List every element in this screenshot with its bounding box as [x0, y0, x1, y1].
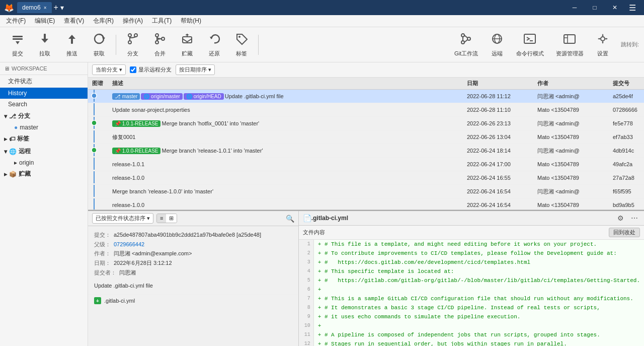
dropdown-btn[interactable]: ▾ — [60, 4, 64, 12]
close-tab-btn[interactable]: × — [44, 5, 47, 11]
branch-badge: 🌐 origin/HEAD — [184, 93, 224, 100]
menu-file[interactable]: 文件(F) — [2, 16, 30, 26]
line-number: 1 — [299, 240, 314, 249]
menu-action[interactable]: 操作(A) — [119, 16, 147, 26]
terminal-btn[interactable]: 命令行模式 — [511, 30, 549, 59]
menu-edit[interactable]: 编辑(E) — [31, 16, 59, 26]
line-content: + — [314, 321, 326, 330]
file-name-title: .gitlab-ci.yml — [311, 215, 615, 222]
tree-view-btn[interactable]: ⊞ — [166, 214, 177, 223]
close-window-btn[interactable]: ✕ — [605, 0, 625, 15]
explorer-btn[interactable]: 资源管理器 — [551, 30, 589, 59]
menu-view[interactable]: 查看(V) — [60, 16, 88, 26]
date-cell: 2022-06-26 23:13 — [463, 117, 533, 130]
history-panel[interactable]: 图谱 描述 日期 作者 提交号 ⎇ master🌐 origin/master🌐… — [88, 78, 644, 210]
show-remote-checkbox[interactable] — [130, 66, 136, 73]
minimize-btn[interactable]: ─ — [565, 0, 585, 15]
sidebar-item-history[interactable]: History — [0, 88, 88, 99]
graph-cell — [88, 158, 108, 171]
menu-tools[interactable]: 工具(T) — [148, 16, 176, 26]
remote-btn[interactable]: 远端 — [485, 30, 509, 59]
description-cell: release-1.0.0 — [108, 171, 463, 185]
svg-point-41 — [92, 120, 97, 125]
author-cell: 闫思湘 <admin@ — [533, 185, 609, 198]
commit-cell: 07286666 — [609, 103, 644, 117]
window-controls: ─ □ ✕ — [565, 0, 625, 15]
settings-icon-btn[interactable]: ⚙ — [615, 213, 626, 223]
table-header-row: 图谱 描述 日期 作者 提交号 — [88, 78, 644, 90]
sidebar-group-remote[interactable]: ▾ 🌐 远程 — [0, 145, 88, 158]
merge-btn[interactable]: 合并 — [147, 30, 173, 59]
date-cell: 2022-06-24 17:00 — [463, 158, 533, 171]
graph-cell — [88, 198, 108, 211]
commit-btn[interactable]: 提交 — [5, 30, 30, 59]
parent-field-value[interactable]: 0729666442 — [114, 240, 144, 249]
sidebar-branch-master[interactable]: ● master — [0, 122, 88, 132]
branch-btn[interactable]: 分支 — [120, 30, 145, 59]
parent-field: 父级： 0729666442 — [94, 240, 292, 249]
file-item[interactable]: + .gitlab-ci.yml — [88, 295, 298, 307]
svg-point-22 — [461, 34, 464, 37]
menu-help[interactable]: 帮助(H) — [177, 16, 205, 26]
commit-cell: a25de4f — [609, 90, 644, 103]
terminal-icon — [523, 32, 537, 49]
line-number: 10 — [299, 321, 314, 330]
table-row[interactable]: release-1.0.02022-06-24 16:54Mato <13504… — [88, 198, 644, 211]
code-view[interactable]: 1+ # This file is a template, and might … — [299, 240, 644, 346]
more-icon-btn[interactable]: ⋯ — [629, 213, 640, 223]
bottom-left-toolbar: 已按照文件状态排序 ▾ ≡ ⊞ 🔍 — [88, 211, 298, 226]
raw-btn[interactable]: 回到改处 — [609, 228, 640, 237]
tag-btn[interactable]: 标签 — [229, 30, 254, 59]
date-field: 日期： 2022年6月28日 3:12:12 — [94, 258, 292, 268]
table-row[interactable]: 📌 1.0.1-RELEASEMerge branch 'hotfix_0001… — [88, 117, 644, 130]
svg-marker-19 — [185, 34, 189, 35]
sidebar-item-search[interactable]: Search — [0, 99, 88, 110]
author-cell: Mato <13504789 — [533, 130, 609, 144]
list-view-btn[interactable]: ≡ — [157, 214, 166, 223]
table-row[interactable]: 📌 1.0.0-RELEASEMerge branch 'release-1.0… — [88, 144, 644, 158]
table-row[interactable]: Update sonar-project.properties2022-06-2… — [88, 103, 644, 117]
revert-btn[interactable]: 还原 — [202, 30, 227, 59]
table-row[interactable]: release-1.0.12022-06-24 17:00Mato <13504… — [88, 158, 644, 171]
remote-expand-icon: ▾ — [4, 148, 7, 155]
commit-cell: 4db914c — [609, 144, 644, 158]
new-tab-btn[interactable]: + — [54, 3, 58, 12]
line-number: 5 — [299, 276, 314, 285]
table-row[interactable]: ⎇ master🌐 origin/master🌐 origin/HEADUpda… — [88, 90, 644, 103]
pull-btn[interactable]: 拉取 — [32, 30, 57, 59]
table-row[interactable]: Merge branch 'release-1.0.0' into 'maste… — [88, 185, 644, 198]
menu-repo[interactable]: 仓库(R) — [89, 16, 118, 26]
hamburger-menu[interactable]: ☰ — [625, 3, 640, 13]
sidebar-group-tags[interactable]: ▸ 🏷 标签 — [0, 132, 88, 145]
files-sort-select[interactable]: 已按照文件状态排序 ▾ — [92, 213, 153, 224]
svg-point-23 — [461, 41, 464, 44]
search-icon[interactable]: 🔍 — [286, 215, 294, 223]
settings-btn[interactable]: 设置 — [591, 30, 615, 59]
sidebar-remote-origin[interactable]: ▸ origin — [0, 158, 88, 168]
svg-rect-0 — [13, 36, 23, 37]
svg-point-38 — [92, 93, 97, 98]
description-cell: 📌 1.0.1-RELEASEMerge branch 'hotfix_0001… — [108, 117, 463, 130]
current-branch-select[interactable]: 当前分支 ▾ — [92, 64, 126, 75]
table-row[interactable]: release-1.0.02022-06-24 16:55Mato <13504… — [88, 171, 644, 185]
date-field-label: 日期： — [94, 258, 111, 268]
stash-btn[interactable]: 贮藏 — [175, 30, 200, 59]
col-author: 作者 — [533, 78, 609, 90]
active-tab[interactable]: demo6 × — [17, 2, 52, 13]
author-field-value: 闫思湘 <admin@example.com> — [114, 249, 192, 258]
maximize-btn[interactable]: □ — [585, 0, 605, 15]
sidebar-item-file-status[interactable]: 文件状态 — [0, 75, 88, 88]
commit-label: 提交 — [12, 50, 23, 57]
push-btn[interactable]: 推送 — [59, 30, 85, 59]
show-remote-checkbox-label[interactable]: 显示远程分支 — [130, 66, 172, 74]
fetch-btn[interactable]: 获取 — [87, 30, 112, 59]
sidebar-group-stash[interactable]: ▸ 📦 贮藏 — [0, 168, 88, 180]
git-workflow-btn[interactable]: Git工作流 — [449, 30, 483, 59]
sort-select[interactable]: 按日期排序 ▾ — [176, 64, 215, 75]
sidebar-group-branch[interactable]: ▾ ⎇ 分支 — [0, 110, 88, 122]
table-row[interactable]: 修复00012022-06-26 13:04Mato <13504789ef7a… — [88, 130, 644, 144]
merge-label: 合并 — [154, 50, 166, 57]
master-label: master — [20, 124, 38, 131]
line-content: + # A pipeline is composed of independen… — [314, 330, 604, 339]
code-line: 12+ # Stages run in sequential order, bu… — [299, 339, 644, 346]
